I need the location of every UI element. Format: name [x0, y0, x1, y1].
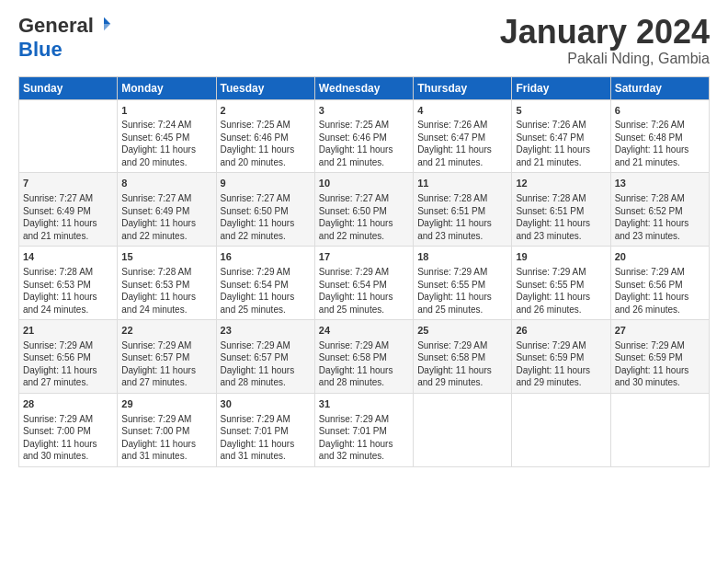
week-row-0: 1Sunrise: 7:24 AMSunset: 6:45 PMDaylight… [19, 99, 710, 173]
sunrise-label: Sunrise: 7:29 AM [615, 340, 685, 350]
day-cell: 1Sunrise: 7:24 AMSunset: 6:45 PMDaylight… [118, 99, 216, 173]
logo-flag-icon [96, 16, 112, 32]
day-cell [414, 393, 512, 466]
daylight-label: Daylight: 11 hours and 20 minutes. [121, 144, 196, 167]
day-cell: 10Sunrise: 7:27 AMSunset: 6:50 PMDayligh… [314, 173, 413, 247]
date-number: 23 [221, 324, 311, 338]
daylight-label: Daylight: 11 hours and 24 minutes. [23, 292, 97, 315]
sunrise-label: Sunrise: 7:29 AM [516, 340, 586, 350]
col-sunday: Sunday [19, 76, 118, 99]
date-number: 29 [121, 397, 211, 411]
sunrise-label: Sunrise: 7:29 AM [319, 414, 389, 424]
sunset-label: Sunset: 6:50 PM [319, 206, 387, 216]
daylight-label: Daylight: 11 hours and 31 minutes. [221, 439, 295, 462]
sunset-label: Sunset: 6:56 PM [615, 280, 683, 290]
daylight-label: Daylight: 11 hours and 24 minutes. [121, 292, 196, 315]
calendar-table: Sunday Monday Tuesday Wednesday Thursday… [18, 76, 710, 467]
daylight-label: Daylight: 11 hours and 30 minutes. [615, 365, 689, 388]
subtitle: Pakali Nding, Gambia [500, 51, 710, 67]
date-number: 8 [121, 177, 211, 190]
sunrise-label: Sunrise: 7:29 AM [417, 340, 487, 350]
day-cell: 24Sunrise: 7:29 AMSunset: 6:58 PMDayligh… [314, 320, 413, 394]
sunrise-label: Sunrise: 7:24 AM [121, 120, 191, 130]
col-monday: Monday [118, 76, 216, 99]
sunrise-label: Sunrise: 7:26 AM [417, 120, 487, 130]
sunrise-label: Sunrise: 7:29 AM [121, 414, 191, 424]
daylight-label: Daylight: 11 hours and 23 minutes. [516, 218, 590, 241]
date-number: 31 [319, 397, 409, 411]
sunrise-label: Sunrise: 7:28 AM [121, 267, 191, 277]
sunrise-label: Sunrise: 7:28 AM [615, 193, 685, 203]
daylight-label: Daylight: 11 hours and 25 minutes. [221, 292, 295, 315]
date-number: 2 [221, 104, 311, 118]
sunrise-label: Sunrise: 7:29 AM [221, 414, 290, 424]
col-friday: Friday [512, 76, 610, 99]
sunset-label: Sunset: 6:47 PM [417, 132, 485, 143]
col-wednesday: Wednesday [314, 76, 413, 99]
daylight-label: Daylight: 11 hours and 25 minutes. [319, 292, 393, 315]
daylight-label: Daylight: 11 hours and 21 minutes. [23, 218, 97, 241]
week-row-2: 14Sunrise: 7:28 AMSunset: 6:53 PMDayligh… [19, 247, 710, 320]
sunrise-label: Sunrise: 7:29 AM [23, 414, 93, 424]
daylight-label: Daylight: 11 hours and 30 minutes. [23, 439, 97, 462]
daylight-label: Daylight: 11 hours and 27 minutes. [121, 365, 196, 388]
daylight-label: Daylight: 11 hours and 22 minutes. [319, 218, 393, 241]
sunrise-label: Sunrise: 7:26 AM [615, 120, 685, 130]
daylight-label: Daylight: 11 hours and 22 minutes. [221, 218, 295, 241]
date-number: 17 [319, 250, 409, 264]
svg-marker-1 [104, 24, 110, 30]
date-number: 1 [121, 104, 211, 118]
date-number: 21 [23, 324, 113, 338]
sunset-label: Sunset: 6:57 PM [221, 352, 289, 362]
svg-marker-0 [104, 17, 110, 24]
col-thursday: Thursday [414, 76, 512, 99]
daylight-label: Daylight: 11 hours and 25 minutes. [417, 292, 492, 315]
date-number: 11 [417, 177, 507, 190]
day-cell: 2Sunrise: 7:25 AMSunset: 6:46 PMDaylight… [216, 99, 314, 173]
day-cell [19, 99, 118, 173]
day-cell: 18Sunrise: 7:29 AMSunset: 6:55 PMDayligh… [414, 247, 512, 320]
day-cell: 14Sunrise: 7:28 AMSunset: 6:53 PMDayligh… [19, 247, 118, 320]
sunrise-label: Sunrise: 7:25 AM [319, 120, 389, 130]
header-row: Sunday Monday Tuesday Wednesday Thursday… [19, 76, 710, 99]
page: General Blue January 2024 Pakali Nding, … [0, 0, 728, 563]
day-cell: 13Sunrise: 7:28 AMSunset: 6:52 PMDayligh… [610, 173, 709, 247]
day-cell: 4Sunrise: 7:26 AMSunset: 6:47 PMDaylight… [414, 99, 512, 173]
sunset-label: Sunset: 6:55 PM [516, 280, 584, 290]
daylight-label: Daylight: 11 hours and 21 minutes. [615, 144, 689, 167]
sunset-label: Sunset: 6:49 PM [121, 206, 189, 216]
day-cell: 22Sunrise: 7:29 AMSunset: 6:57 PMDayligh… [118, 320, 216, 394]
daylight-label: Daylight: 11 hours and 28 minutes. [319, 365, 393, 388]
sunset-label: Sunset: 6:55 PM [417, 280, 485, 290]
week-row-4: 28Sunrise: 7:29 AMSunset: 7:00 PMDayligh… [19, 393, 710, 466]
daylight-label: Daylight: 11 hours and 23 minutes. [615, 218, 689, 241]
day-cell: 28Sunrise: 7:29 AMSunset: 7:00 PMDayligh… [19, 393, 118, 466]
day-cell: 20Sunrise: 7:29 AMSunset: 6:56 PMDayligh… [610, 247, 709, 320]
sunset-label: Sunset: 6:54 PM [319, 280, 387, 290]
date-number: 28 [23, 397, 113, 411]
sunset-label: Sunset: 6:58 PM [319, 352, 387, 362]
sunset-label: Sunset: 6:59 PM [615, 352, 683, 362]
daylight-label: Daylight: 11 hours and 29 minutes. [417, 365, 492, 388]
day-cell: 7Sunrise: 7:27 AMSunset: 6:49 PMDaylight… [19, 173, 118, 247]
day-cell: 19Sunrise: 7:29 AMSunset: 6:55 PMDayligh… [512, 247, 610, 320]
date-number: 3 [319, 104, 409, 118]
sunset-label: Sunset: 6:50 PM [221, 206, 289, 216]
sunrise-label: Sunrise: 7:26 AM [516, 120, 586, 130]
logo-blue-text: Blue [18, 38, 63, 61]
date-number: 30 [221, 397, 311, 411]
day-cell: 29Sunrise: 7:29 AMSunset: 7:00 PMDayligh… [118, 393, 216, 466]
date-number: 27 [615, 324, 705, 338]
daylight-label: Daylight: 11 hours and 26 minutes. [615, 292, 689, 315]
sunrise-label: Sunrise: 7:29 AM [615, 267, 685, 277]
day-cell: 23Sunrise: 7:29 AMSunset: 6:57 PMDayligh… [216, 320, 314, 394]
day-cell: 9Sunrise: 7:27 AMSunset: 6:50 PMDaylight… [216, 173, 314, 247]
sunrise-label: Sunrise: 7:29 AM [221, 340, 290, 350]
date-number: 19 [516, 250, 606, 264]
sunset-label: Sunset: 6:52 PM [615, 206, 683, 216]
sunset-label: Sunset: 7:00 PM [23, 426, 91, 436]
week-row-3: 21Sunrise: 7:29 AMSunset: 6:56 PMDayligh… [19, 320, 710, 394]
date-number: 24 [319, 324, 409, 338]
daylight-label: Daylight: 11 hours and 23 minutes. [417, 218, 492, 241]
sunset-label: Sunset: 6:53 PM [121, 280, 189, 290]
